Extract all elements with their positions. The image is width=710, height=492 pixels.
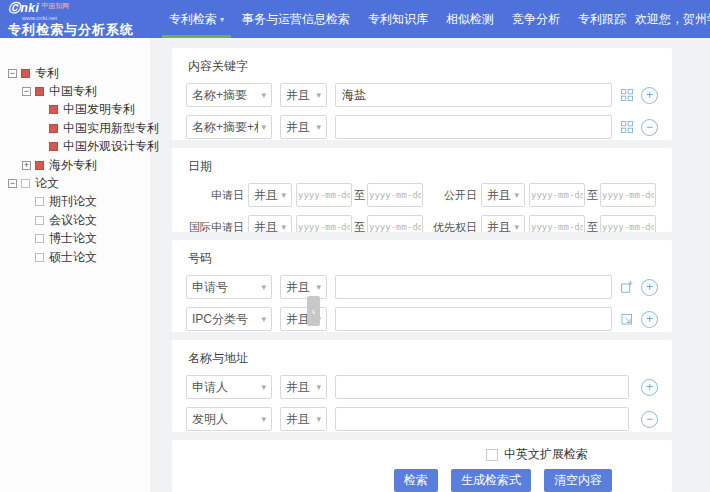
- remove-row-button[interactable]: −: [641, 411, 658, 428]
- publish-date-to-input[interactable]: [600, 183, 656, 207]
- action-buttons: 检索 生成检索式 清空内容: [381, 469, 612, 492]
- applicant-select[interactable]: 申请人 ▾: [186, 375, 272, 399]
- select-value: 发明人: [192, 411, 258, 428]
- select-value: 并且: [286, 279, 313, 296]
- remove-row-button[interactable]: −: [641, 119, 658, 136]
- keyword-input-1[interactable]: [335, 83, 612, 107]
- keyword-input-2[interactable]: [335, 115, 612, 139]
- chevron-down-icon: ▾: [261, 122, 266, 132]
- add-row-button[interactable]: +: [641, 379, 658, 396]
- tree-item-10[interactable]: 博士论文: [0, 230, 150, 248]
- tree-checkbox[interactable]: [49, 124, 58, 133]
- bilingual-expand-option[interactable]: 中英文扩展检索: [486, 446, 588, 463]
- tree-checkbox[interactable]: [49, 142, 58, 151]
- search-button[interactable]: 检索: [394, 469, 438, 492]
- tree-item-2[interactable]: −中国专利: [0, 82, 150, 100]
- batch-add-icon[interactable]: [620, 280, 634, 294]
- select-value: 并且: [286, 119, 313, 136]
- applicant-input[interactable]: [335, 375, 629, 399]
- top-header: Ⓒnki 中国知网 www.cnki.net 专利检索与分析系统 专利检索▾事务…: [0, 0, 710, 38]
- tree-checkbox[interactable]: [35, 197, 44, 206]
- keyword-field-select-2[interactable]: 名称+摘要+权... ▾: [186, 115, 272, 139]
- nav-item-5[interactable]: 竞争分析: [503, 0, 569, 38]
- tree-item-label: 硕士论文: [49, 249, 97, 266]
- apply-date-operator-select[interactable]: 并且 ▾: [248, 183, 292, 207]
- select-value: 并且: [286, 411, 313, 428]
- tree-item-4[interactable]: 中国实用新型专利: [0, 119, 150, 137]
- application-number-select[interactable]: 申请号 ▾: [186, 275, 272, 299]
- tree-checkbox[interactable]: [35, 87, 44, 96]
- expand-grid-icon[interactable]: [620, 120, 634, 134]
- tree-item-8[interactable]: 期刊论文: [0, 193, 150, 211]
- section-title: 名称与地址: [188, 350, 658, 367]
- name-operator-select-2[interactable]: 并且 ▾: [280, 407, 327, 431]
- keyword-operator-select-2[interactable]: 并且 ▾: [280, 115, 327, 139]
- tree-item-label: 中国发明专利: [63, 101, 135, 118]
- tree-checkbox[interactable]: [35, 234, 44, 243]
- tree-item-3[interactable]: 中国发明专利: [0, 101, 150, 119]
- priority-date-operator-select[interactable]: 并且 ▾: [481, 215, 525, 232]
- chevron-down-icon: ▾: [281, 222, 286, 232]
- tree-checkbox[interactable]: [35, 216, 44, 225]
- number-operator-select-1[interactable]: 并且 ▾: [280, 275, 327, 299]
- select-value: 并且: [254, 219, 278, 233]
- keyword-field-select-1[interactable]: 名称+摘要 ▾: [186, 83, 272, 107]
- inventor-select[interactable]: 发明人 ▾: [186, 407, 272, 431]
- publish-date-operator-select[interactable]: 并且 ▾: [481, 183, 525, 207]
- apply-date-from-input[interactable]: [296, 183, 352, 207]
- nav-item-2[interactable]: 事务与运营信息检索: [233, 0, 359, 38]
- intl-apply-date-operator-select[interactable]: 并且 ▾: [248, 215, 292, 232]
- ipc-class-select[interactable]: IPC分类号 ▾: [186, 307, 272, 331]
- name-row-2: 发明人 ▾ 并且 ▾ −: [186, 407, 658, 431]
- browse-classification-icon[interactable]: [620, 312, 634, 326]
- tree-checkbox[interactable]: [35, 253, 44, 262]
- sidebar-collapse-handle[interactable]: ‹: [307, 296, 320, 326]
- add-row-button[interactable]: +: [641, 87, 658, 104]
- tree-item-6[interactable]: +海外专利: [0, 156, 150, 174]
- section-dates: 日期 申请日 并且 ▾ 至 公开日 并且 ▾ 至: [172, 148, 672, 232]
- tree-item-label: 期刊论文: [49, 193, 97, 210]
- keyword-operator-select-1[interactable]: 并且 ▾: [280, 83, 327, 107]
- tree-item-7[interactable]: −论文: [0, 174, 150, 192]
- tree-checkbox[interactable]: [21, 179, 30, 188]
- tree-item-5[interactable]: 中国外观设计专利: [0, 138, 150, 156]
- section-content-keywords: 内容关键字 名称+摘要 ▾ 并且 ▾ +: [172, 48, 672, 140]
- collapse-node-icon[interactable]: −: [8, 69, 17, 78]
- main-nav: 专利检索▾事务与运营信息检索专利知识库相似检测竞争分析专利跟踪: [160, 0, 635, 38]
- priority-date-to-input[interactable]: [600, 215, 656, 232]
- add-row-button[interactable]: +: [641, 311, 658, 328]
- tree-item-11[interactable]: 硕士论文: [0, 248, 150, 266]
- collapse-node-icon[interactable]: −: [22, 87, 31, 96]
- name-operator-select-1[interactable]: 并且 ▾: [280, 375, 327, 399]
- bilingual-expand-checkbox[interactable]: [486, 449, 498, 461]
- tree-checkbox[interactable]: [49, 105, 58, 114]
- cnki-logo: Ⓒnki: [8, 2, 39, 14]
- tree-item-1[interactable]: −专利: [0, 64, 150, 82]
- nav-item-6[interactable]: 专利跟踪: [569, 0, 635, 38]
- intl-apply-date-to-input[interactable]: [367, 215, 423, 232]
- priority-date-from-input[interactable]: [529, 215, 585, 232]
- ipc-class-input[interactable]: [335, 307, 612, 331]
- chevron-down-icon: ▾: [261, 282, 266, 292]
- to-label: 至: [587, 220, 598, 233]
- tree-checkbox[interactable]: [35, 161, 44, 170]
- clear-button[interactable]: 清空内容: [544, 469, 612, 492]
- nav-item-3[interactable]: 专利知识库: [359, 0, 437, 38]
- publish-date-from-input[interactable]: [529, 183, 585, 207]
- application-number-input[interactable]: [335, 275, 612, 299]
- collapse-node-icon[interactable]: −: [8, 179, 17, 188]
- chevron-down-icon: ▾: [261, 90, 266, 100]
- inventor-input[interactable]: [335, 407, 629, 431]
- nav-item-1[interactable]: 专利检索▾: [160, 0, 233, 38]
- expand-grid-icon[interactable]: [620, 88, 634, 102]
- tree-item-9[interactable]: 会议论文: [0, 211, 150, 229]
- nav-item-4[interactable]: 相似检测: [437, 0, 503, 38]
- generate-query-button[interactable]: 生成检索式: [451, 469, 531, 492]
- intl-apply-date-from-input[interactable]: [296, 215, 352, 232]
- chevron-down-icon: ▾: [220, 15, 224, 24]
- expand-node-icon[interactable]: +: [22, 161, 31, 170]
- tree-checkbox[interactable]: [21, 69, 30, 78]
- add-row-button[interactable]: +: [641, 279, 658, 296]
- keyword-row-2: 名称+摘要+权... ▾ 并且 ▾ −: [186, 115, 658, 139]
- apply-date-to-input[interactable]: [367, 183, 423, 207]
